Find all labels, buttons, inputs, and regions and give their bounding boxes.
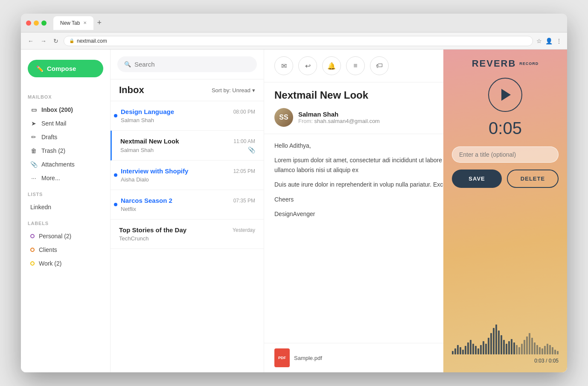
reverb-record-label: RECORD xyxy=(519,61,539,66)
email-item[interactable]: Narcos Season 2 07:35 PM Netflix xyxy=(111,190,264,219)
email-item-header: Nextmail New Look 11:00 AM xyxy=(120,137,255,145)
email-preview-text: Salman Shah xyxy=(120,147,154,153)
tag-btn[interactable]: 🏷 xyxy=(370,56,389,75)
email-time: 12:05 PM xyxy=(233,168,255,174)
waveform-time: 0:03 / 0:05 xyxy=(452,358,559,364)
email-preview-text: Netflix xyxy=(121,206,136,212)
email-item[interactable]: Design Language 08:00 PM Salman Shah xyxy=(111,101,264,131)
clients-label: Clients xyxy=(39,246,57,253)
email-time: 07:35 PM xyxy=(233,198,255,204)
work-label: Work (2) xyxy=(39,260,61,267)
more-label: More... xyxy=(41,175,60,181)
browser-toolbar: ← → ↻ 🔒 nextmail.com ☆ 👤 ⋮ xyxy=(21,32,567,50)
reverb-actions: SAVE DELETE xyxy=(452,170,559,188)
unread-indicator xyxy=(114,173,117,177)
forward-btn[interactable]: → xyxy=(39,36,48,46)
compose-icon: ✏️ xyxy=(36,65,44,72)
lock-icon: 🔒 xyxy=(69,38,74,43)
avatar: SS xyxy=(274,108,293,127)
email-time: 08:00 PM xyxy=(233,109,255,115)
sidebar-item-more[interactable]: ··· More... xyxy=(28,171,103,185)
minimize-window-btn[interactable] xyxy=(34,20,39,26)
new-tab-btn[interactable]: + xyxy=(95,18,103,27)
play-icon xyxy=(501,89,511,101)
play-button[interactable] xyxy=(488,78,522,112)
inbox-header: Inbox Sort by: Unread ▾ xyxy=(111,79,264,101)
email-item-header: Interview with Shopify 12:05 PM xyxy=(121,167,255,175)
email-sender: Nextmail New Look xyxy=(120,137,179,145)
sidebar-item-drafts[interactable]: ✏ Drafts xyxy=(28,130,103,144)
email-time: Yesterday xyxy=(233,227,255,233)
drafts-icon: ✏ xyxy=(30,134,37,140)
from-email-text: shah.salman4@gmail.com xyxy=(314,118,380,124)
delete-recording-btn[interactable]: DELETE xyxy=(507,170,559,188)
email-list: Design Language 08:00 PM Salman Shah Nex… xyxy=(111,101,264,372)
compose-label: Compose xyxy=(47,65,76,72)
inbox-icon: ▭ xyxy=(30,106,37,113)
maximize-window-btn[interactable] xyxy=(41,20,47,26)
sidebar-item-personal[interactable]: Personal (2) xyxy=(28,229,103,243)
inbox-title: Inbox xyxy=(119,85,144,96)
sidebar: ✏️ Compose MAILBOX ▭ Inbox (200) ➤ Sent … xyxy=(21,50,111,372)
unread-indicator xyxy=(114,114,117,117)
unread-indicator xyxy=(114,203,117,206)
search-icon: 🔍 xyxy=(124,61,131,67)
reverb-logo: REVERB xyxy=(472,58,516,69)
email-item-header: Top Stories of the Day Yesterday xyxy=(119,226,255,234)
attachments-icon: 📎 xyxy=(30,161,37,168)
search-bar: 🔍 xyxy=(111,50,264,79)
menu-icon[interactable]: ⋮ xyxy=(556,38,562,44)
reload-btn[interactable]: ↻ xyxy=(52,36,60,46)
sidebar-item-trash[interactable]: 🗑 Trash (2) xyxy=(28,144,103,158)
sidebar-item-work[interactable]: Work (2) xyxy=(28,257,103,270)
trash-icon: 🗑 xyxy=(30,147,37,154)
save-recording-btn[interactable]: SAVE xyxy=(452,170,502,188)
reminder-btn[interactable]: 🔔 xyxy=(322,56,341,75)
email-item[interactable]: Interview with Shopify 12:05 PM Aisha Di… xyxy=(111,161,264,190)
sort-chevron-icon: ▾ xyxy=(252,87,255,94)
personal-dot xyxy=(30,234,35,238)
profile-icon[interactable]: 👤 xyxy=(545,38,553,44)
from-name: Salman Shah xyxy=(298,111,380,118)
reverb-header: REVERB RECORD xyxy=(452,58,559,69)
clients-dot xyxy=(30,248,35,252)
sort-control[interactable]: Sort by: Unread ▾ xyxy=(212,87,255,94)
work-dot xyxy=(30,261,35,266)
mailbox-section-label: MAILBOX xyxy=(28,94,103,99)
back-btn[interactable]: ← xyxy=(26,36,35,46)
browser-tab[interactable]: New Tab ✕ xyxy=(53,16,93,30)
tab-bar: New Tab ✕ + xyxy=(53,16,562,30)
browser-window: New Tab ✕ + ← → ↻ 🔒 nextmail.com ☆ 👤 ⋮ ✏… xyxy=(21,14,567,372)
email-sender: Design Language xyxy=(121,108,174,115)
from-info: Salman Shah From: shah.salman4@gmail.com xyxy=(298,111,380,124)
sidebar-item-sent[interactable]: ➤ Sent Mail xyxy=(28,117,103,130)
from-email-address: From: shah.salman4@gmail.com xyxy=(298,118,380,124)
email-item[interactable]: Nextmail New Look 11:00 AM Salman Shah 📎 xyxy=(111,131,264,161)
compose-button[interactable]: ✏️ Compose xyxy=(28,60,103,77)
email-preview: TechCrunch xyxy=(119,235,255,242)
close-window-btn[interactable] xyxy=(26,20,31,26)
email-sender: Top Stories of the Day xyxy=(119,226,186,234)
email-time: 11:00 AM xyxy=(233,138,255,144)
forward-email-btn[interactable]: ↩ xyxy=(298,56,317,75)
browser-titlebar: New Tab ✕ + xyxy=(21,14,567,32)
linkedin-label: Linkedn xyxy=(30,204,51,211)
traffic-lights xyxy=(26,20,47,26)
email-item[interactable]: Top Stories of the Day Yesterday TechCru… xyxy=(111,219,264,249)
sort-label: Sort by: Unread xyxy=(212,87,250,94)
search-input-wrap[interactable]: 🔍 xyxy=(117,56,257,72)
trash-label: Trash (2) xyxy=(41,147,65,154)
search-input[interactable] xyxy=(134,61,250,68)
tab-close-btn[interactable]: ✕ xyxy=(83,20,87,25)
sidebar-item-inbox[interactable]: ▭ Inbox (200) xyxy=(28,103,103,117)
email-preview-text: Aisha Dialo xyxy=(121,176,149,183)
menu-btn[interactable]: ≡ xyxy=(346,56,365,75)
bookmark-icon[interactable]: ☆ xyxy=(536,38,542,44)
title-input[interactable] xyxy=(452,146,559,163)
reply-btn[interactable]: ✉ xyxy=(274,56,293,75)
address-bar[interactable]: 🔒 nextmail.com xyxy=(64,36,533,46)
sidebar-item-linkedin[interactable]: Linkedn xyxy=(28,200,103,214)
sidebar-item-clients[interactable]: Clients xyxy=(28,243,103,257)
inbox-label: Inbox (200) xyxy=(41,106,73,113)
sidebar-item-attachments[interactable]: 📎 Attachments xyxy=(28,158,103,171)
